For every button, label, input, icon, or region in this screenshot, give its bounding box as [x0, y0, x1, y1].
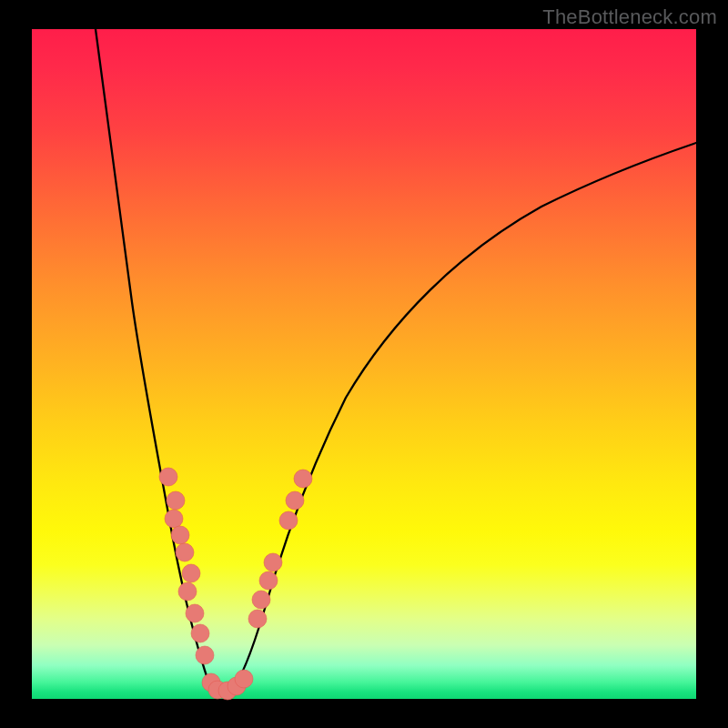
data-points-layer: [159, 468, 312, 700]
data-point: [286, 491, 304, 510]
data-point: [248, 610, 267, 628]
data-point: [171, 526, 189, 544]
data-point: [167, 491, 185, 510]
watermark-text: TheBottleneck.com: [542, 5, 717, 29]
data-point: [264, 553, 282, 571]
data-point: [191, 624, 209, 642]
data-point: [165, 510, 183, 528]
data-point: [159, 468, 177, 486]
data-point: [186, 604, 204, 622]
data-point: [182, 564, 200, 582]
chart-frame: TheBottleneck.com: [0, 0, 728, 728]
data-point: [259, 571, 278, 590]
data-point: [176, 543, 194, 561]
data-point: [178, 582, 197, 601]
data-point: [294, 470, 312, 488]
curve-svg: [32, 29, 696, 699]
plot-area: [32, 29, 696, 699]
data-point: [235, 670, 253, 688]
data-point: [252, 591, 270, 609]
data-point: [196, 646, 214, 664]
data-point: [279, 511, 298, 530]
